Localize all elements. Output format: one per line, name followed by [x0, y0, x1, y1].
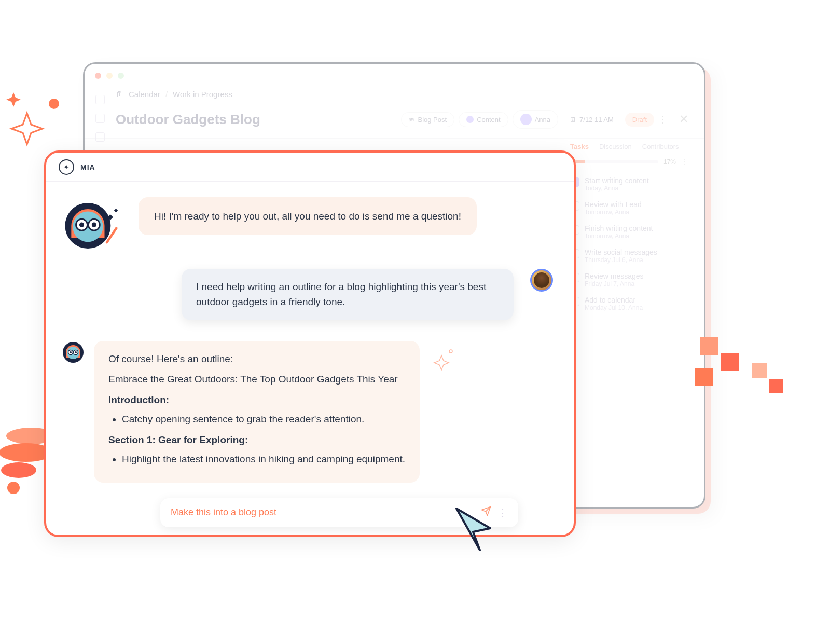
- svg-point-17: [7, 482, 20, 494]
- mia-header: ✦ MIA: [46, 153, 574, 182]
- mia-name: MIA: [80, 163, 95, 171]
- sidebar-icon-1[interactable]: [95, 95, 105, 104]
- panel-tabs: Tasks Discussion Contributors: [570, 143, 688, 150]
- chip-date[interactable]: 🗓 7/12 11 AM: [562, 113, 621, 127]
- breadcrumb[interactable]: 🗓 Calendar / Work in Progress: [85, 88, 704, 105]
- mia-greeting-text: Hi! I'm ready to help you out, all you n…: [154, 211, 461, 222]
- tab-contributors[interactable]: Contributors: [642, 143, 679, 150]
- user-message-text: I need help writing an outline for a blo…: [196, 281, 486, 307]
- chip-user[interactable]: Anna: [513, 110, 558, 129]
- cursor-icon: [451, 503, 498, 557]
- sidebar-icon-2[interactable]: [95, 114, 105, 123]
- svg-point-10: [70, 351, 72, 353]
- mia-chat-window: ✦ MIA Hi! I'm ready to hel: [44, 150, 576, 537]
- user-bubble: I need help writing an outline for a blo…: [182, 269, 514, 320]
- breadcrumb-sep: /: [165, 90, 168, 99]
- rss-icon: ≋: [409, 116, 414, 124]
- breadcrumb-calendar[interactable]: Calendar: [129, 90, 160, 99]
- sidebar-icon-3[interactable]: [95, 132, 105, 142]
- tab-discussion[interactable]: Discussion: [599, 143, 632, 150]
- tab-tasks[interactable]: Tasks: [570, 143, 589, 150]
- magic-wand-icon: ✦: [59, 159, 74, 175]
- svg-rect-18: [700, 337, 718, 355]
- task-row[interactable]: Review with LeadTomorrow, Anna: [570, 200, 688, 216]
- svg-point-16: [1, 462, 36, 478]
- progress-more-icon[interactable]: ⋮: [681, 158, 688, 166]
- message-row-mia: Hi! I'm ready to help you out, all you n…: [62, 197, 553, 254]
- outline-intro: Of course! Here's an outline:: [108, 351, 405, 366]
- mia-outline-bubble: Of course! Here's an outline: Embrace th…: [94, 341, 420, 483]
- chip-blog-post[interactable]: ≋ Blog Post: [401, 112, 454, 127]
- window-max-dot[interactable]: [118, 73, 124, 79]
- svg-point-13: [49, 99, 59, 109]
- outline-title: Embrace the Great Outdoors: The Top Outd…: [108, 372, 405, 387]
- task-row[interactable]: Finish writing contentTomorrow, Anna: [570, 224, 688, 240]
- chip-status-draft[interactable]: Draft: [625, 113, 654, 127]
- avatar-icon: [520, 114, 532, 125]
- content-color-icon: [466, 116, 474, 123]
- more-icon[interactable]: ⋮: [654, 114, 672, 125]
- sparkle-icon: [430, 345, 456, 375]
- progress-row: 17% ⋮: [570, 158, 688, 166]
- close-icon[interactable]: ✕: [676, 113, 691, 126]
- svg-rect-21: [752, 363, 767, 378]
- outline-section1-heading: Section 1: Gear for Exploring:: [108, 432, 405, 447]
- squares-decoration-icon: [695, 332, 789, 407]
- calendar-icon: 🗓: [116, 90, 123, 99]
- task-row[interactable]: Review messagesFriday Jul 7, Anna: [570, 272, 688, 287]
- outline-section1-bullet: Highlight the latest innovations in hiki…: [122, 451, 405, 467]
- tasks-panel: Tasks Discussion Contributors 17% ⋮ Star…: [562, 136, 697, 326]
- task-row[interactable]: Add to calendarMonday Jul 10, Anna: [570, 296, 688, 311]
- window-min-dot[interactable]: [106, 73, 113, 79]
- svg-rect-22: [769, 379, 783, 393]
- header-row: Outdoor Gadgets Blog ≋ Blog Post Content…: [85, 105, 704, 139]
- mia-greeting-bubble: Hi! I'm ready to help you out, all you n…: [139, 197, 477, 235]
- message-row-user: I need help writing an outline for a blo…: [62, 269, 553, 320]
- more-icon[interactable]: ⋮: [497, 506, 508, 519]
- task-row[interactable]: Write social messagesThursday Jul 6, Ann…: [570, 248, 688, 264]
- svg-point-12: [449, 350, 452, 353]
- mia-avatar-icon: [62, 197, 119, 254]
- user-avatar-icon: [530, 269, 553, 292]
- window-titlebar: [85, 64, 704, 88]
- chat-body: Hi! I'm ready to help you out, all you n…: [46, 182, 574, 527]
- page-title: Outdoor Gadgets Blog: [116, 112, 397, 128]
- composer-text[interactable]: Make this into a blog post: [171, 507, 475, 518]
- task-row[interactable]: Start writing contentToday, Anna: [570, 176, 688, 192]
- svg-rect-19: [721, 353, 739, 371]
- progress-pct: 17%: [663, 158, 676, 166]
- progress-bar: [570, 160, 658, 163]
- svg-point-11: [75, 351, 77, 353]
- chip-content[interactable]: Content: [459, 112, 508, 127]
- outline-introduction-bullet: Catchy opening sentence to grab the read…: [122, 412, 405, 427]
- svg-point-4: [79, 223, 84, 227]
- window-close-dot[interactable]: [95, 73, 101, 79]
- calendar-icon: 🗓: [570, 116, 576, 124]
- svg-rect-20: [695, 368, 713, 386]
- outline-introduction-heading: Introduction:: [108, 392, 405, 407]
- svg-point-5: [92, 223, 96, 227]
- breadcrumb-page[interactable]: Work in Progress: [173, 90, 232, 99]
- message-row-mia-outline: Of course! Here's an outline: Embrace th…: [62, 341, 553, 483]
- mia-avatar-sm-icon: [62, 341, 85, 364]
